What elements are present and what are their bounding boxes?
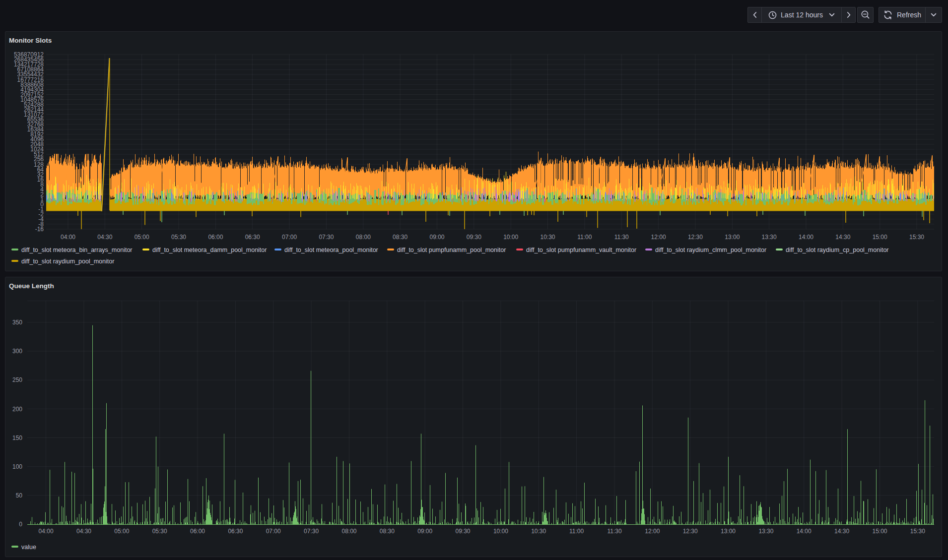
svg-text:05:30: 05:30 bbox=[171, 234, 186, 241]
svg-text:07:30: 07:30 bbox=[319, 234, 334, 241]
svg-text:09:00: 09:00 bbox=[417, 528, 432, 535]
svg-text:250: 250 bbox=[12, 376, 22, 383]
svg-text:10:30: 10:30 bbox=[540, 234, 555, 241]
svg-text:09:30: 09:30 bbox=[455, 528, 470, 535]
svg-text:11:30: 11:30 bbox=[607, 528, 621, 535]
svg-text:Monitor Slots: Monitor Slots bbox=[9, 37, 52, 44]
svg-text:0: 0 bbox=[19, 521, 22, 528]
svg-text:10:00: 10:00 bbox=[503, 234, 518, 241]
svg-text:diff_to_slot meteora_damm_pool: diff_to_slot meteora_damm_pool_monitor bbox=[152, 247, 267, 253]
svg-text:11:00: 11:00 bbox=[569, 528, 584, 535]
svg-text:11:30: 11:30 bbox=[614, 234, 629, 241]
svg-text:100: 100 bbox=[12, 463, 22, 470]
svg-text:12:30: 12:30 bbox=[683, 528, 698, 535]
svg-text:13:00: 13:00 bbox=[725, 234, 740, 241]
svg-text:06:30: 06:30 bbox=[228, 528, 243, 535]
svg-text:04:30: 04:30 bbox=[97, 234, 112, 241]
svg-text:06:00: 06:00 bbox=[208, 234, 223, 241]
svg-text:diff_to_slot raydium_pool_moni: diff_to_slot raydium_pool_monitor bbox=[21, 258, 114, 265]
svg-text:15:30: 15:30 bbox=[910, 528, 925, 535]
svg-text:diff_to_slot meteora_pool_moni: diff_to_slot meteora_pool_monitor bbox=[284, 247, 378, 253]
svg-text:04:00: 04:00 bbox=[61, 234, 75, 241]
svg-text:14:30: 14:30 bbox=[834, 528, 849, 535]
svg-text:08:30: 08:30 bbox=[380, 528, 395, 535]
svg-text:14:30: 14:30 bbox=[835, 234, 850, 241]
svg-text:12:00: 12:00 bbox=[645, 528, 660, 535]
svg-text:50: 50 bbox=[16, 492, 23, 499]
svg-text:13:30: 13:30 bbox=[758, 528, 773, 535]
svg-text:05:00: 05:00 bbox=[114, 528, 129, 535]
svg-text:diff_to_slot raydium_clmm_pool: diff_to_slot raydium_clmm_pool_monitor bbox=[655, 247, 766, 253]
svg-text:09:30: 09:30 bbox=[467, 234, 481, 241]
svg-text:08:30: 08:30 bbox=[393, 234, 407, 241]
svg-text:10:00: 10:00 bbox=[493, 528, 508, 535]
svg-text:diff_to_slot pumpfunamm_vault_: diff_to_slot pumpfunamm_vault_monitor bbox=[526, 247, 636, 253]
svg-text:diff_to_slot raydium_cp_pool_m: diff_to_slot raydium_cp_pool_monitor bbox=[786, 247, 889, 253]
svg-text:13:30: 13:30 bbox=[762, 234, 777, 241]
svg-text:200: 200 bbox=[12, 406, 22, 413]
svg-text:14:00: 14:00 bbox=[799, 234, 813, 241]
svg-text:06:30: 06:30 bbox=[245, 234, 260, 241]
svg-text:diff_to_slot pumpfunamm_pool_m: diff_to_slot pumpfunamm_pool_monitor bbox=[397, 247, 506, 253]
svg-text:08:00: 08:00 bbox=[341, 528, 356, 535]
svg-text:05:00: 05:00 bbox=[135, 234, 149, 241]
svg-text:15:00: 15:00 bbox=[872, 528, 887, 535]
svg-text:04:00: 04:00 bbox=[39, 528, 54, 535]
svg-text:300: 300 bbox=[12, 348, 22, 355]
svg-text:13:00: 13:00 bbox=[721, 528, 736, 535]
svg-text:14:00: 14:00 bbox=[797, 528, 812, 535]
svg-text:12:30: 12:30 bbox=[688, 234, 703, 241]
svg-text:150: 150 bbox=[12, 435, 22, 441]
svg-text:value: value bbox=[21, 544, 36, 551]
svg-text:05:30: 05:30 bbox=[152, 528, 167, 535]
svg-text:-16: -16 bbox=[35, 226, 44, 233]
svg-text:06:00: 06:00 bbox=[190, 528, 205, 535]
svg-text:350: 350 bbox=[12, 319, 22, 326]
svg-text:Queue Length: Queue Length bbox=[9, 282, 54, 290]
svg-text:12:00: 12:00 bbox=[651, 234, 666, 241]
svg-text:07:30: 07:30 bbox=[304, 528, 319, 535]
svg-text:11:00: 11:00 bbox=[577, 234, 592, 241]
svg-text:10:30: 10:30 bbox=[531, 528, 546, 535]
svg-text:diff_to_slot meteora_bin_array: diff_to_slot meteora_bin_arrays_monitor bbox=[21, 247, 133, 253]
svg-text:09:00: 09:00 bbox=[429, 234, 444, 241]
svg-text:07:00: 07:00 bbox=[266, 528, 281, 535]
svg-text:04:30: 04:30 bbox=[76, 528, 91, 535]
svg-text:08:00: 08:00 bbox=[356, 234, 371, 241]
svg-text:15:00: 15:00 bbox=[873, 234, 887, 241]
svg-text:07:00: 07:00 bbox=[282, 234, 297, 241]
svg-text:15:30: 15:30 bbox=[909, 234, 924, 241]
